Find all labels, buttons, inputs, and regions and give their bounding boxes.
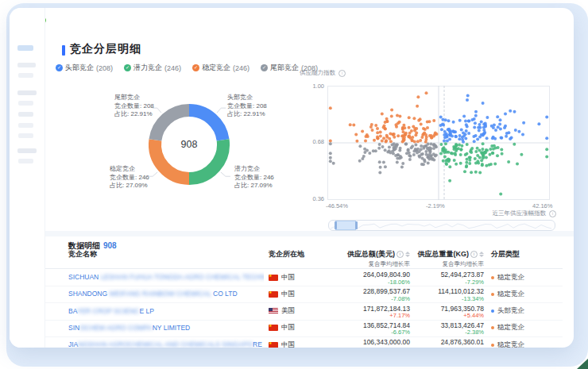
sort-icon[interactable] (479, 252, 484, 257)
supply-amount-growth: -18.06% (388, 279, 410, 286)
supply-amount-cell: 106,343,000.00 (334, 336, 410, 348)
callout-pct: 占比: 22.91% (227, 110, 284, 119)
supply-weight-value: 33,813,426.47 (441, 321, 484, 329)
callout-count: 竞企数量: 208 (227, 102, 284, 111)
sort-icon[interactable] (405, 252, 410, 257)
company-name-segment: RE PTE LTD (253, 340, 264, 348)
company-name-segment: BA (68, 307, 77, 315)
tier-dot-icon (491, 326, 494, 329)
supply-amount-cell: 228,899,537.67-7.08% (334, 286, 410, 302)
sidebar-item[interactable] (18, 123, 33, 128)
supply-amount-growth: +7.17% (389, 312, 410, 319)
tier-label: 稳定竞企 (497, 273, 524, 283)
company-name-segment: CO LTD (211, 290, 238, 298)
company-location: 中国 (269, 269, 332, 286)
column-header-name: 竞企名称 (68, 249, 264, 259)
table-row[interactable]: SINOCHEM AGRO COMPANY LIMITED中国136,852,7… (45, 320, 563, 337)
location-label: 美国 (281, 306, 295, 316)
donut-callout-头部竞企: 头部竞企 竞企数量: 208 占比: 22.91% (227, 94, 284, 119)
table-row[interactable]: JIANGSHAN AGROCHEMICAL AND CHEMICALS SIN… (45, 336, 563, 348)
tier-label: 稳定竞企 (497, 340, 524, 348)
callout-count: 竞企数量: 246 (110, 174, 167, 183)
legend-item-稳定竞企[interactable]: ✓ 稳定竞企 (246) (192, 63, 250, 73)
callout-name: 稳定竞企 (110, 165, 167, 174)
tier-label: 稳定竞企 (497, 323, 524, 332)
legend-count: (246) (164, 64, 181, 72)
scatter-ylabel: 供应能力指数i (300, 69, 346, 77)
supply-amount-cell: 136,852,714.84-6.67% (334, 320, 410, 336)
slider-handle-left[interactable] (335, 221, 337, 229)
table-row[interactable]: SICHUAN LESHAN FUHUA TONGDA AGRO CHEMICA… (45, 269, 563, 286)
sidebar-item[interactable] (18, 159, 33, 163)
legend-count: (246) (233, 64, 250, 72)
callout-name: 潜力竞企 (234, 165, 292, 174)
table-row[interactable]: BAYER CROP SCIENCE LP美国171,872,184.13+7.… (45, 303, 563, 321)
supply-weight-cell: 71,963,350.78+5.44% (411, 303, 484, 320)
scatter-chart[interactable] (327, 86, 550, 200)
column-header-weight[interactable]: 供应总重量(KG)i 复合季均增长率 (411, 249, 484, 268)
browser-window: 竞企分层明细 ✓ 头部竞企 (208) ✓ 潜力竞企 (246) ✓ 稳定竞企 … (10, 8, 574, 348)
tier-dot-icon (491, 276, 494, 279)
check-circle-icon: ✓ (124, 64, 131, 71)
cn-flag-icon (269, 291, 278, 298)
company-name-segment: JIA (68, 340, 78, 348)
company-name-blurred-segment: WEIFANG RAINBOW CHEMICAL (109, 290, 211, 298)
slider-selection[interactable] (335, 221, 356, 230)
info-icon[interactable]: i (470, 251, 478, 258)
supply-weight-value: 52,494,273.87 (441, 271, 484, 279)
check-circle-icon: ✓ (56, 64, 63, 71)
check-circle-icon: ✓ (261, 64, 268, 71)
y-tick: 1.00 (307, 83, 324, 90)
location-label: 中国 (281, 340, 295, 348)
company-name-segment: E LP (139, 307, 153, 315)
legend-label: 稳定竞企 (202, 63, 230, 73)
tier-type-cell: 稳定竞企 (491, 336, 571, 348)
callout-pct: 占比: 27.09% (110, 182, 167, 190)
section-divider (45, 231, 574, 236)
company-name-link[interactable]: JIANGSHAN AGROCHEMICAL AND CHEMICALS SIN… (68, 336, 264, 348)
sidebar-item[interactable] (17, 90, 37, 95)
company-name-link[interactable]: BAYER CROP SCIENCE LP (68, 303, 264, 320)
data-zoom-slider[interactable] (328, 220, 555, 231)
location-label: 中国 (281, 273, 295, 283)
supply-amount-value: 106,343,000.00 (363, 338, 410, 346)
supply-weight-growth: -2.38% (465, 329, 484, 336)
company-location: 中国 (269, 286, 332, 302)
x-tick: 42.16% (532, 202, 552, 209)
supply-amount-value: 228,899,537.67 (363, 287, 410, 295)
column-header-type: 分层类型 (491, 249, 571, 259)
title-accent-bar (62, 45, 65, 56)
sidebar-item[interactable] (17, 63, 36, 67)
supply-amount-value: 136,852,714.84 (363, 321, 410, 329)
legend-item-头部竞企[interactable]: ✓ 头部竞企 (208) (56, 63, 113, 73)
supply-amount-value: 171,872,184.13 (363, 305, 410, 313)
donut-slice-tr[interactable] (189, 110, 223, 140)
slider-handle-right[interactable] (355, 221, 358, 229)
sidebar-item[interactable] (18, 101, 33, 106)
tier-type-cell: 稳定竞企 (491, 320, 571, 336)
tier-dot-icon (491, 293, 494, 296)
callout-name: 尾部竞企 (114, 94, 172, 102)
info-icon[interactable]: i (397, 251, 404, 258)
company-name-blurred-segment: NGSHAN AGROCHEMICAL AND CHEMICALS SINGAP… (78, 340, 253, 348)
company-name-link[interactable]: SICHUAN LESHAN FUHUA TONGDA AGRO CHEMICA… (68, 269, 264, 286)
info-icon[interactable]: i (338, 70, 346, 77)
company-name-link[interactable]: SINOCHEM AGRO COMPANY LIMITED (68, 320, 264, 336)
supply-amount-value: 264,049,804.90 (363, 271, 410, 279)
location-label: 中国 (281, 290, 295, 299)
column-header-amount[interactable]: 供应总额(美元)i 复合季均增长率 (334, 249, 410, 268)
sidebar-item[interactable] (18, 73, 33, 78)
sidebar-item[interactable] (18, 133, 33, 138)
callout-count: 竞企数量: 246 (234, 174, 292, 183)
sidebar-item[interactable] (18, 112, 33, 117)
company-name-link[interactable]: SHANDONG WEIFANG RAINBOW CHEMICAL CO LTD (68, 286, 264, 302)
column-header-location: 竞企所在地 (269, 249, 332, 259)
sidebar-item-active[interactable] (17, 45, 33, 51)
tier-type-cell: 稳定竞企 (491, 269, 571, 286)
sidebar-item[interactable] (17, 148, 37, 153)
legend-item-潜力竞企[interactable]: ✓ 潜力竞企 (246) (124, 63, 181, 73)
info-icon[interactable]: i (549, 210, 556, 217)
table-row[interactable]: SHANDONG WEIFANG RAINBOW CHEMICAL CO LTD… (45, 286, 563, 303)
legend-label: 潜力竞企 (133, 63, 162, 73)
check-circle-icon: ✓ (192, 64, 199, 71)
